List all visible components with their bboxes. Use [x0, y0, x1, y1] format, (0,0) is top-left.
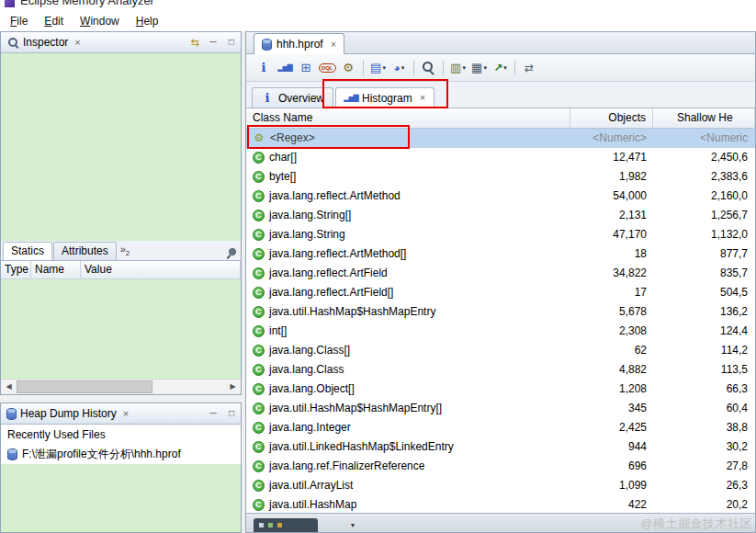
dropdown-caret: ▾: [503, 64, 507, 72]
inspector-icon: [6, 36, 19, 49]
histogram-row[interactable]: int[] 2,308 124,4: [246, 322, 755, 341]
hprof-file-icon: [7, 448, 17, 460]
histogram-row[interactable]: java.util.HashMap 422 20,2: [246, 495, 755, 515]
close-icon[interactable]: ×: [74, 38, 80, 48]
maximize-icon[interactable]: □: [226, 38, 237, 47]
menu-help[interactable]: Help: [128, 11, 167, 31]
tab-overflow-indicator[interactable]: »2: [120, 244, 130, 257]
class-icon: [253, 210, 265, 221]
histogram-bars-icon: [344, 92, 357, 105]
cell-class-name: java.util.HashMap$HashMapEntry: [246, 302, 570, 322]
inspector-view-header[interactable]: Inspector × ⇆ ─ □: [1, 32, 241, 53]
minimize-icon[interactable]: ─: [208, 38, 219, 47]
tab-statics[interactable]: Statics: [3, 242, 52, 260]
numeric-placeholder-shallow-heap: <Numeric: [653, 129, 755, 148]
class-icon: [253, 267, 265, 279]
histogram-row[interactable]: char[] 12,471 2,450,6: [246, 148, 755, 167]
histogram-row[interactable]: java.util.LinkedHashMap$LinkedEntry 944 …: [246, 437, 755, 457]
histogram-icon[interactable]: [276, 59, 295, 77]
close-icon[interactable]: ×: [123, 409, 129, 419]
scrollbar-thumb[interactable]: [17, 380, 152, 393]
histogram-row[interactable]: java.util.HashMap$HashMapEntry[] 345 60,…: [246, 399, 755, 418]
histogram-row[interactable]: java.lang.reflect.ArtField 34,822 835,7: [246, 264, 755, 283]
histogram-row[interactable]: java.lang.Class 4,882 113,5: [246, 360, 755, 380]
histogram-row[interactable]: java.lang.String[] 2,131 1,256,7: [246, 206, 755, 225]
editor-tab-hhh-hprof[interactable]: hhh.hprof ×: [254, 33, 344, 54]
histogram-row[interactable]: java.util.HashMap$HashMapEntry 5,678 136…: [246, 302, 755, 322]
oql-icon[interactable]: [318, 59, 337, 77]
scroll-right-icon[interactable]: ▶: [225, 380, 241, 394]
close-icon[interactable]: ×: [331, 40, 336, 50]
maximize-icon[interactable]: □: [226, 409, 237, 418]
class-name: java.lang.ref.FinalizerReference: [269, 457, 424, 476]
histogram-row[interactable]: java.lang.reflect.ArtMethod 54,000 2,160…: [246, 187, 755, 206]
class-name: java.lang.String[]: [269, 206, 351, 225]
scroll-left-icon[interactable]: ◀: [1, 380, 17, 394]
menu-file[interactable]: File: [2, 11, 36, 31]
pin-icon[interactable]: [225, 247, 236, 260]
objects-value: 422: [570, 495, 653, 515]
shallow-heap-value: 38,8: [653, 418, 755, 437]
statics-column-header[interactable]: Name: [31, 261, 81, 278]
shallow-heap-value: 66,3: [653, 380, 755, 399]
dropdown-caret: ▾: [401, 64, 405, 72]
histogram-row[interactable]: java.lang.Object[] 1,208 66,3: [246, 380, 755, 399]
dominator-tree-icon[interactable]: [297, 59, 316, 77]
column-header-class-name[interactable]: Class Name: [246, 108, 570, 128]
statics-column-header[interactable]: Type: [1, 261, 31, 278]
class-icon: [253, 287, 265, 299]
heap-dump-history-header[interactable]: Heap Dump History × ─ □: [1, 403, 241, 425]
objects-value: 1,208: [570, 380, 653, 399]
menu-edit[interactable]: Edit: [36, 11, 72, 31]
histogram-row[interactable]: java.lang.Integer 2,425 38,8: [246, 418, 755, 437]
editor-tab-strip: hhh.hprof ×: [246, 32, 755, 54]
heap-dump-file-item[interactable]: F:\泄漏profile文件分析\hhh.hprof: [1, 445, 241, 464]
overview-info-icon[interactable]: [254, 59, 274, 77]
leak-report-icon[interactable]: [339, 59, 358, 77]
link-with-editor-icon[interactable]: ⇆: [189, 38, 200, 48]
class-icon: [253, 190, 265, 202]
compare-icon[interactable]: [520, 59, 539, 77]
table-columns-icon[interactable]: ▾: [469, 59, 489, 77]
close-icon[interactable]: ×: [420, 93, 425, 103]
histogram-row[interactable]: java.util.ArrayList 1,099 26,3: [246, 476, 755, 495]
objects-value: 944: [570, 437, 653, 457]
horizontal-scrollbar[interactable]: ◀ ▶: [1, 379, 241, 394]
bottom-panel-tab[interactable]: [254, 518, 318, 532]
class-icon: [253, 480, 265, 492]
minimize-icon[interactable]: ─: [208, 409, 219, 418]
histogram-row[interactable]: java.lang.reflect.ArtField[] 17 504,5: [246, 283, 755, 302]
tab-overflow-count: 2: [126, 249, 130, 257]
dropdown-caret-icon[interactable]: ▾: [351, 521, 355, 529]
tab-histogram[interactable]: Histogram ×: [335, 87, 434, 108]
statics-column-header[interactable]: Value: [81, 261, 241, 278]
heap-objects-icon[interactable]: ▾: [389, 59, 409, 77]
histogram-row[interactable]: java.lang.String 47,170 1,132,0: [246, 225, 755, 244]
tab-histogram-label: Histogram: [362, 92, 412, 105]
histogram-row[interactable]: java.lang.reflect.ArtMethod[] 18 877,7: [246, 244, 755, 264]
column-header-shallow-heap[interactable]: Shallow He: [653, 108, 755, 128]
column-header-objects[interactable]: Objects: [570, 108, 653, 128]
query-browser-icon[interactable]: ▾: [368, 59, 388, 77]
cell-class-name: java.lang.reflect.ArtMethod: [246, 187, 570, 206]
histogram-row[interactable]: java.lang.ref.FinalizerReference 696 27,…: [246, 457, 755, 476]
tab-overview[interactable]: Overview: [252, 87, 333, 108]
class-icon: [253, 364, 265, 376]
histogram-rows: char[] 12,471 2,450,6 byte[] 1,982 2,383…: [246, 148, 755, 515]
histogram-filter-row[interactable]: <Regex> <Numeric> <Numeric: [246, 129, 755, 148]
histogram-row[interactable]: byte[] 1,982 2,383,6: [246, 167, 755, 187]
class-icon: [253, 422, 265, 434]
group-by-icon[interactable]: ▾: [448, 59, 468, 77]
export-icon[interactable]: ▾: [491, 59, 510, 77]
histogram-row[interactable]: java.lang.Class[] 62 114,2: [246, 341, 755, 360]
objects-value: 4,882: [570, 360, 653, 380]
tab-attributes[interactable]: Attributes: [53, 242, 117, 260]
toolbar-group: ▾▾: [367, 59, 410, 77]
shallow-heap-value: 114,2: [653, 341, 755, 360]
bottom-tab-mini-icon: [268, 523, 273, 527]
search-icon[interactable]: [419, 59, 438, 77]
menu-window[interactable]: Window: [72, 11, 128, 31]
bottom-tab-mini-icon: [259, 523, 264, 527]
class-name: java.util.ArrayList: [269, 476, 353, 495]
cell-class-name: java.util.HashMap: [246, 495, 570, 515]
